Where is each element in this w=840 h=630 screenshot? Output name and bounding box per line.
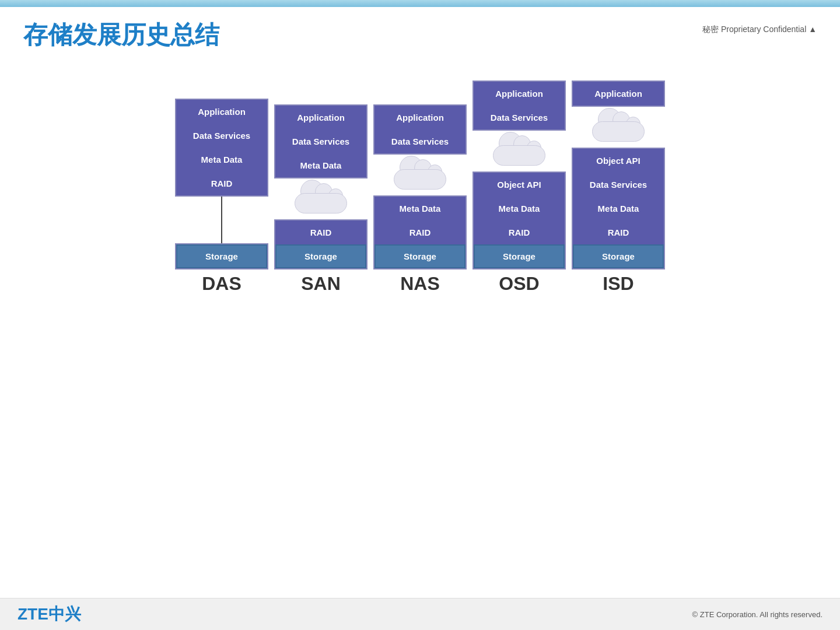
osd-meta-data: Meta Data [474, 197, 565, 220]
san-label: SAN [274, 273, 368, 295]
isd-bottom-stack: Object API Data Services Meta Data RAID … [572, 148, 665, 270]
isd-cloud [572, 107, 665, 148]
top-bar [0, 0, 840, 7]
nas-column: Application Data Services Meta Data RAID… [373, 104, 467, 295]
footer-logo: ZTE中兴 [18, 603, 81, 625]
das-stack: Application Data Services Meta Data RAID [175, 99, 268, 197]
footer: ZTE中兴 © ZTE Corporation. All rights rese… [0, 598, 840, 630]
das-column: Application Data Services Meta Data RAID… [175, 99, 268, 295]
osd-bottom-stack: Object API Meta Data RAID Storage [473, 172, 566, 270]
footer-copyright: © ZTE Corporation. All rights reserved. [692, 610, 822, 619]
nas-cloud [373, 155, 467, 195]
san-bottom-stack: RAID Storage [274, 219, 368, 270]
san-cloud [274, 178, 368, 219]
nas-data-services: Data Services [374, 130, 466, 153]
osd-storage: Storage [474, 244, 565, 268]
nas-raid: RAID [374, 220, 466, 244]
san-column: Application Data Services Meta Data RAID… [274, 104, 368, 295]
isd-data-services: Data Services [573, 173, 664, 197]
das-application: Application [176, 100, 267, 124]
osd-top-stack: Application Data Services [473, 80, 566, 131]
osd-application: Application [474, 82, 565, 106]
nas-application: Application [374, 106, 466, 130]
nas-top-stack: Application Data Services [373, 104, 467, 155]
das-meta-data: Meta Data [176, 148, 267, 172]
osd-object-api: Object API [474, 173, 565, 197]
osd-raid: RAID [474, 220, 565, 244]
nas-label: NAS [373, 273, 467, 295]
isd-label: ISD [572, 273, 665, 295]
isd-top-stack: Application [572, 80, 665, 107]
nas-bottom-stack: Meta Data RAID Storage [373, 195, 467, 270]
isd-storage: Storage [573, 244, 664, 268]
osd-cloud [473, 131, 566, 172]
nas-meta-data: Meta Data [374, 197, 466, 220]
san-meta-data: Meta Data [275, 153, 366, 177]
header: 存储发展历史总结 秘密 Proprietary Confidential ▲ [0, 7, 840, 57]
diagram-area: Application Data Services Meta Data RAID… [0, 57, 840, 300]
confidential-label: 秘密 Proprietary Confidential ▲ [702, 24, 817, 35]
das-connector [221, 197, 222, 243]
das-storage: Storage [176, 244, 267, 268]
osd-data-services: Data Services [474, 106, 565, 130]
das-storage-group: Storage [175, 243, 268, 270]
isd-raid: RAID [573, 220, 664, 244]
san-storage: Storage [275, 244, 366, 268]
isd-object-api: Object API [573, 149, 664, 173]
san-data-services: Data Services [275, 130, 366, 153]
das-raid: RAID [176, 172, 267, 195]
nas-storage: Storage [374, 244, 466, 268]
isd-column: Application Object API Data Services Met… [572, 80, 665, 295]
page-title: 存储发展历史总结 [23, 19, 219, 51]
osd-label: OSD [473, 273, 566, 295]
das-data-services: Data Services [176, 124, 267, 148]
isd-application: Application [573, 82, 664, 106]
san-top-stack: Application Data Services Meta Data [274, 104, 368, 178]
osd-column: Application Data Services Object API Met… [473, 80, 566, 295]
isd-meta-data: Meta Data [573, 197, 664, 220]
das-label: DAS [175, 273, 268, 295]
san-raid: RAID [275, 220, 366, 244]
san-application: Application [275, 106, 366, 130]
